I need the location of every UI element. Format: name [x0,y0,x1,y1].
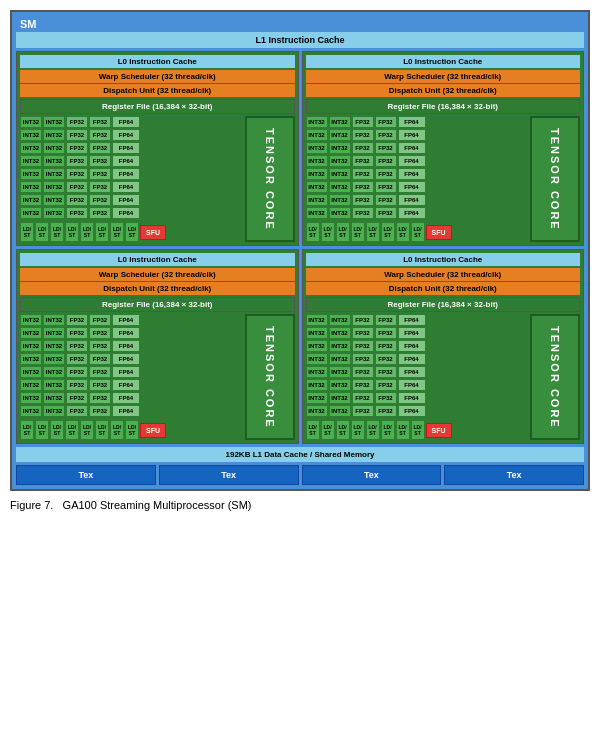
ld-st-cell: LD/ST [20,222,34,242]
fp64-cell: FP64 [112,155,140,167]
int32-cell: INT32 [329,207,351,219]
int32-cell: INT32 [20,142,42,154]
int32-cell: INT32 [329,353,351,365]
fp64-cell: FP64 [398,340,426,352]
fp64-cell: FP64 [398,116,426,128]
fp64-cell: FP64 [112,379,140,391]
int32-cell: INT32 [20,392,42,404]
dispatch-unit-q3: Dispatch Unit (32 thread/clk) [20,282,295,295]
int32-cell: INT32 [43,116,65,128]
fp64-cell: FP64 [112,116,140,128]
int32-cell: INT32 [329,392,351,404]
int32-cell: INT32 [306,314,328,326]
int32-cell: INT32 [43,392,65,404]
ld-st-cell: LD/ST [411,222,425,242]
warp-scheduler-q4: Warp Scheduler (32 thread/clk) [306,268,581,281]
int32-cell: INT32 [306,353,328,365]
fp64-cell: FP64 [398,405,426,417]
int32-cell: INT32 [43,353,65,365]
ld-st-cell: LD/ST [125,222,139,242]
fp64-cell: FP64 [398,314,426,326]
int32-cell: INT32 [329,379,351,391]
ld-st-cell: LD/ST [80,420,94,440]
fp64-cell: FP64 [112,405,140,417]
fp32-cell: FP32 [89,207,111,219]
int32-cell: INT32 [329,129,351,141]
left-units-q3: INT32INT32FP32FP32FP64INT32INT32FP32FP32… [20,314,243,440]
int32-cell: INT32 [43,129,65,141]
fp64-cell: FP64 [112,392,140,404]
fp32-cell: FP32 [89,353,111,365]
unit-row-q2-r8: INT32INT32FP32FP32FP64 [306,207,529,219]
fp32-cell: FP32 [66,181,88,193]
fp32-cell: FP32 [352,194,374,206]
int32-cell: INT32 [20,379,42,391]
int32-cell: INT32 [306,405,328,417]
fp32-cell: FP32 [375,129,397,141]
int32-cell: INT32 [306,142,328,154]
fp64-cell: FP64 [398,207,426,219]
int32-cell: INT32 [43,366,65,378]
fp32-cell: FP32 [89,392,111,404]
unit-row-q3-r5: INT32INT32FP32FP32FP64 [20,366,243,378]
fp64-cell: FP64 [112,181,140,193]
ld-st-cell: LD/ST [95,222,109,242]
tex-cell-3: Tex [302,465,442,485]
int32-cell: INT32 [329,194,351,206]
int32-cell: INT32 [306,340,328,352]
unit-row-q1-r2: INT32INT32FP32FP32FP64 [20,129,243,141]
fp64-cell: FP64 [112,207,140,219]
ld-st-cell: LD/ST [366,222,380,242]
unit-row-q2-r6: INT32INT32FP32FP32FP64 [306,181,529,193]
fp32-cell: FP32 [89,181,111,193]
l0-cache-q2: L0 Instruction Cache [306,55,581,68]
int32-cell: INT32 [306,129,328,141]
fp32-cell: FP32 [352,327,374,339]
fp64-cell: FP64 [398,194,426,206]
ld-st-cell: LD/ST [336,420,350,440]
quadrant-4: L0 Instruction CacheWarp Scheduler (32 t… [302,249,585,444]
fp32-cell: FP32 [89,129,111,141]
unit-row-q2-r3: INT32INT32FP32FP32FP64 [306,142,529,154]
l0-cache-q1: L0 Instruction Cache [20,55,295,68]
fp32-cell: FP32 [66,405,88,417]
fp32-cell: FP32 [352,207,374,219]
int32-cell: INT32 [20,116,42,128]
fp32-cell: FP32 [352,353,374,365]
int32-cell: INT32 [20,168,42,180]
int32-cell: INT32 [43,142,65,154]
fp32-cell: FP32 [375,194,397,206]
unit-row-q4-r4: INT32INT32FP32FP32FP64 [306,353,529,365]
ld-st-cell: LD/ST [20,420,34,440]
fp32-cell: FP32 [375,116,397,128]
unit-row-q1-r6: INT32INT32FP32FP32FP64 [20,181,243,193]
unit-row-q2-r4: INT32INT32FP32FP32FP64 [306,155,529,167]
shared-memory-bar: 192KB L1 Data Cache / Shared Memory [16,447,584,462]
fp64-cell: FP64 [398,168,426,180]
ld-st-cell: LD/ST [80,222,94,242]
sm-container: SM L1 Instruction Cache L0 Instruction C… [10,10,590,491]
fp32-cell: FP32 [66,340,88,352]
register-file-q3: Register File (16,384 × 32-bit) [20,297,295,312]
unit-row-q1-r7: INT32INT32FP32FP32FP64 [20,194,243,206]
int32-cell: INT32 [43,327,65,339]
fp32-cell: FP32 [89,379,111,391]
int32-cell: INT32 [329,142,351,154]
fp32-cell: FP32 [375,366,397,378]
fp32-cell: FP32 [89,405,111,417]
fp32-cell: FP32 [352,155,374,167]
compute-area-q3: INT32INT32FP32FP32FP64INT32INT32FP32FP32… [20,314,295,440]
fp32-cell: FP32 [66,194,88,206]
ld-st-cell: LD/ST [125,420,139,440]
fp32-cell: FP32 [66,314,88,326]
compute-area-q4: INT32INT32FP32FP32FP64INT32INT32FP32FP32… [306,314,581,440]
warp-scheduler-q1: Warp Scheduler (32 thread/clk) [20,70,295,83]
fp64-cell: FP64 [112,194,140,206]
quadrant-2: L0 Instruction CacheWarp Scheduler (32 t… [302,51,585,246]
fp64-cell: FP64 [398,129,426,141]
unit-row-q2-r7: INT32INT32FP32FP32FP64 [306,194,529,206]
fp64-cell: FP64 [398,155,426,167]
ld-st-cell: LD/ST [321,222,335,242]
int32-cell: INT32 [20,353,42,365]
compute-area-q1: INT32INT32FP32FP32FP64INT32INT32FP32FP32… [20,116,295,242]
